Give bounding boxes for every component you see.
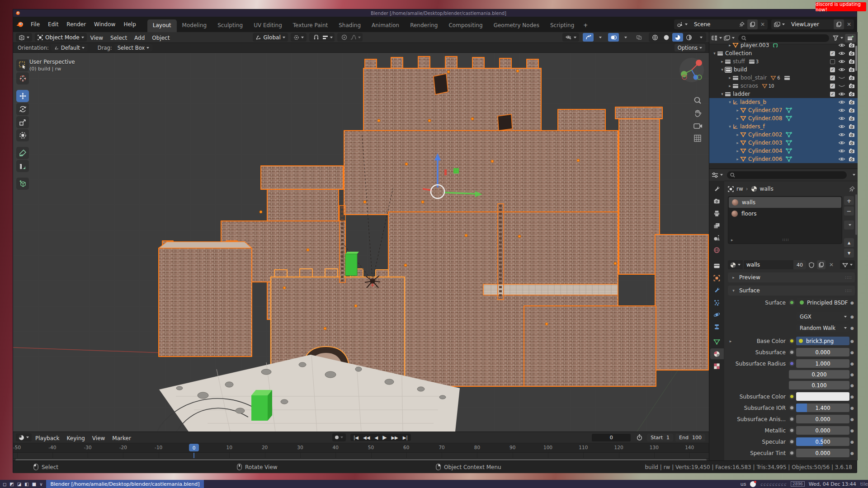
visibility-checkbox[interactable] [830,59,835,64]
keyframe-decorator[interactable]: ● [849,314,855,319]
timeline-menu-view[interactable]: View [89,434,108,443]
outliner-row-build[interactable]: ▾build✓ [709,66,858,74]
hide-eye-toggle[interactable] [838,141,845,145]
castle-block[interactable] [344,131,618,215]
tool-transform[interactable] [16,129,29,141]
proportional-falloff-dropdown[interactable] [350,33,361,42]
value-slider-field[interactable]: 0.000 [796,426,849,435]
slot-list-expand[interactable]: ▸ [731,238,733,242]
keyframe-decorator[interactable]: ● [849,372,855,377]
disable-render-toggle[interactable] [849,156,855,162]
visibility-checkbox[interactable]: ✓ [830,51,835,56]
disable-render-toggle[interactable] [849,132,855,137]
outliner-search-field[interactable] [738,34,829,42]
keyframe-decorator[interactable]: ● [849,350,855,355]
transform-orientation-dropdown[interactable]: Global [253,33,288,42]
xray-toggle[interactable] [633,33,644,42]
properties-editor-type-button[interactable] [712,172,723,178]
taskbar-layout-icon-1[interactable]: ◩ [9,482,14,487]
properties-filter-dropdown[interactable] [851,174,855,176]
discord-tray-icon[interactable] [750,481,756,487]
timeline-menu-keying[interactable]: Keying [63,434,89,443]
outliner-row-ladders_f[interactable]: ▾ladders_f [709,122,858,131]
blender-menu-logo[interactable] [16,20,24,28]
prev-keyframe-button[interactable]: ◀◀ [361,435,372,440]
tab-scripting[interactable]: Scripting [545,19,580,32]
navigation-gizmo[interactable] [679,57,704,83]
disable-render-toggle[interactable] [849,59,855,64]
add-workspace-button[interactable]: + [580,19,591,32]
auto-key-button[interactable] [332,433,346,441]
properties-tab-physics[interactable] [710,309,724,320]
timeline-tracks[interactable] [13,453,709,459]
disclosure-triangle[interactable]: ▾ [727,124,732,129]
castle-block[interactable] [619,119,660,274]
keyframe-decorator[interactable]: ● [849,440,855,444]
scene-name[interactable]: Scene [690,21,736,28]
outliner-display-mode-button[interactable] [724,35,735,41]
material-slot-walls[interactable]: walls [729,197,841,208]
visibility-checkbox[interactable]: ✓ [830,67,835,72]
taskbar-layout-icon-3[interactable]: ◧ [24,482,28,487]
tool-rotate[interactable] [16,103,29,115]
disable-render-toggle[interactable] [849,99,855,105]
timeline-menu-marker[interactable]: Marker [108,434,134,443]
outliner-row-ladder[interactable]: ▾ladder✓ [709,90,858,98]
drag-dropdown[interactable]: Select Box [114,44,153,52]
outliner-scrollbar[interactable] [855,46,857,71]
tab-compositing[interactable]: Compositing [443,19,488,32]
properties-tab-tool[interactable] [710,183,724,194]
slot-list-grip[interactable]: ∷∷ [783,238,789,242]
castle-top-tower[interactable] [363,56,541,133]
green-cube[interactable] [251,390,272,421]
properties-tab-world[interactable] [710,244,724,255]
properties-tab-particles[interactable] [710,297,724,308]
current-frame-field[interactable]: 0 [592,434,631,441]
viewport-menu-view[interactable]: View [87,33,107,42]
properties-tab-output[interactable] [710,208,724,219]
disclosure-triangle[interactable]: ▸ [735,141,740,145]
tool-move[interactable] [16,90,29,102]
hide-eye-toggle[interactable] [838,116,845,121]
hide-eye-toggle[interactable] [838,149,845,153]
castle-block[interactable] [655,235,708,370]
surface-panel-header[interactable]: ▾Surface∷∷ [728,286,855,296]
shading-rendered-button[interactable] [684,33,694,42]
copy-material-button[interactable] [817,260,826,269]
gizmos-dropdown[interactable] [594,33,605,42]
material-name-field[interactable]: walls 40 [744,260,806,269]
menu-file[interactable]: File [27,19,44,29]
shading-solid-button[interactable] [661,33,672,42]
texture-field[interactable]: brick3.png [796,337,849,345]
shader-option-dropdown[interactable]: Random Walk [796,324,849,332]
preview-panel-header[interactable]: ▸Preview∷∷ [728,272,855,282]
keyboard-layout-indicator[interactable]: us [741,481,746,487]
new-viewlayer-button[interactable] [834,19,844,29]
keyframe-decorator[interactable]: ● [849,300,855,305]
timeline-ruler[interactable]: -50-40-30-20-100102030405060708090100110… [13,443,709,453]
slot-move-down-button[interactable]: ▼ [844,249,854,258]
properties-tab-object-data[interactable] [710,336,724,347]
outliner-item-name[interactable]: ladders_b [740,99,766,105]
tool-cursor[interactable] [16,72,29,84]
taskbar-layout-icon-4[interactable]: ■ [32,482,36,487]
outliner-item-name[interactable]: build [734,66,747,73]
tab-geometry-nodes[interactable]: Geometry Nodes [488,19,545,32]
hide-eye-toggle[interactable] [838,75,845,80]
disable-render-toggle[interactable] [849,51,855,56]
hide-eye-toggle[interactable] [838,59,845,64]
shader-option-dropdown[interactable]: GGX [796,312,849,321]
snap-target-dropdown[interactable] [322,33,333,42]
outliner-row-player.003[interactable]: ▸player.003 [709,41,858,49]
pin-id-icon[interactable] [849,186,855,192]
remove-slot-button[interactable]: − [844,206,854,216]
disclosure-triangle[interactable]: ▸ [727,84,732,88]
tool-annotate[interactable] [16,147,29,159]
outliner-row-Cylinder.003[interactable]: ▸Cylinder.003 [709,139,858,147]
disable-render-toggle[interactable] [849,91,855,97]
visibility-checkbox[interactable]: ✓ [830,92,835,97]
menu-help[interactable]: Help [119,19,140,29]
outliner-editor-type-button[interactable] [711,35,722,41]
browse-scene-button[interactable] [674,19,690,29]
tool-measure[interactable] [16,160,29,172]
